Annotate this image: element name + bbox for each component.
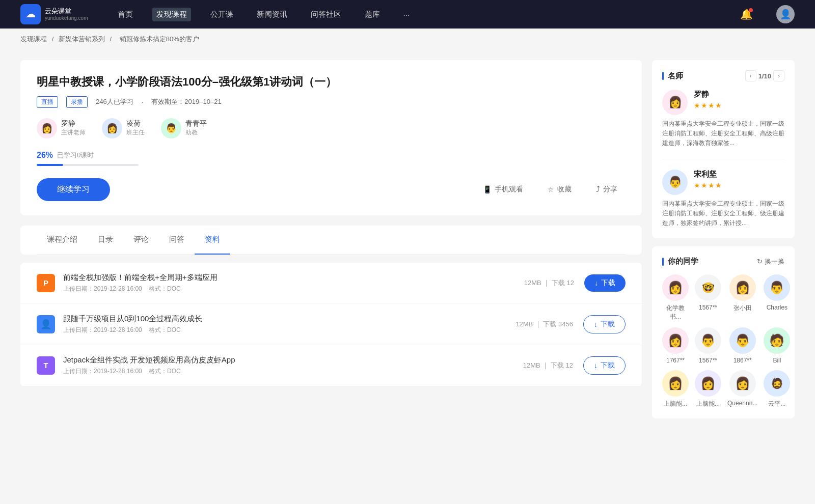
nav-item-home[interactable]: 首页 [114, 8, 137, 21]
classmate-6: 👨 1867** [727, 327, 757, 364]
collect-button[interactable]: ☆ 收藏 [539, 181, 580, 198]
continue-study-button[interactable]: 继续学习 [37, 178, 110, 201]
nav-item-more[interactable]: ··· [399, 8, 414, 21]
badge-live: 直播 [37, 96, 58, 108]
classmate-avatar-10: 👩 [729, 370, 756, 397]
teacher-0: 👩 罗静 主讲老师 [37, 118, 86, 138]
tab-catalog[interactable]: 目录 [88, 226, 123, 255]
resource-icon-0: P [37, 274, 55, 292]
download-icon-1: ↓ [594, 320, 597, 328]
share-icon: ⤴ [596, 185, 600, 194]
course-meta: 直播 录播 246人已学习 · 有效期至：2019–10–21 [37, 96, 626, 108]
teacher-sidebar-stars-0: ★★★★ [694, 101, 722, 109]
teacher-sidebar-desc-1: 国内某重点大学安全工程专业硕士，国家一级注册消防工程师、注册安全工程师、级注册建… [662, 199, 784, 229]
tabs: 课程介绍 目录 评论 问答 资料 [37, 226, 626, 255]
classmate-name-4: 1767** [666, 357, 685, 364]
teacher-next-button[interactable]: › [773, 70, 784, 81]
resource-meta-0: 上传日期：2019-12-28 16:00 格式：DOC [63, 285, 524, 293]
classmate-name-6: 1867** [734, 357, 752, 364]
tabs-card: 课程介绍 目录 评论 问答 资料 [20, 226, 642, 255]
resource-icon-1: 👤 [37, 315, 55, 333]
course-actions: 继续学习 📱 手机观看 ☆ 收藏 ⤴ 分享 [37, 178, 626, 201]
progress-bar-bg [37, 164, 139, 166]
progress-percent: 26% [37, 151, 53, 160]
download-button-0[interactable]: ↓ 下载 [584, 274, 626, 292]
refresh-classmates-button[interactable]: ↻ 换一换 [757, 257, 784, 266]
breadcrumb-current: 销冠修炼术搞定80%的客户 [120, 35, 199, 43]
avatar-image: 👤 [780, 9, 791, 20]
download-button-1[interactable]: ↓ 下载 [583, 315, 626, 333]
teacher-2-role: 助教 [185, 128, 207, 137]
classmate-avatar-3: 👨 [764, 274, 790, 301]
classmate-11: 🧔 云平... [764, 370, 790, 408]
tab-resource[interactable]: 资料 [195, 226, 230, 255]
tab-review[interactable]: 评论 [123, 226, 159, 255]
classmate-avatar-1: 🤓 [695, 274, 721, 301]
breadcrumb: 发现课程 / 新媒体营销系列 / 销冠修炼术搞定80%的客户 [0, 29, 815, 50]
breadcrumb-discover[interactable]: 发现课程 [20, 35, 47, 43]
nav-item-discover[interactable]: 发现课程 [152, 8, 191, 21]
teacher-1-avatar: 👩 [102, 118, 122, 138]
classmate-name-10: Queennn... [727, 400, 757, 407]
teacher-sidebar-header-1: 👨 宋利坚 ★★★★ [662, 170, 784, 195]
classmate-avatar-7: 🧑 [764, 327, 790, 354]
progress-section: 26% 已学习0课时 [37, 151, 626, 166]
tab-qa[interactable]: 问答 [159, 226, 195, 255]
teacher-sidebar-avatar-1: 👨 [662, 170, 688, 195]
resource-info-2: Jetpack全组件实战 开发短视频应用高仿皮皮虾App 上传日期：2019-1… [63, 355, 523, 376]
valid-until: 有效期至：2019–10–21 [151, 97, 221, 106]
teachers-sidebar-title: 名师 ‹ 1/10 › [662, 70, 784, 81]
classmate-7: 🧑 Bill [764, 327, 790, 364]
teacher-2-name: 青青平 [185, 119, 207, 128]
tab-intro[interactable]: 课程介绍 [37, 226, 88, 255]
classmate-avatar-8: 👩 [662, 370, 689, 397]
teacher-2-avatar: 👨 [161, 118, 181, 138]
teacher-sidebar-desc-0: 国内某重点大学安全工程专业硕士，国家一级注册消防工程师、注册安全工程师、高级注册… [662, 119, 784, 149]
sidebar: 名师 ‹ 1/10 › 👩 罗静 ★★★★ 国内某重点大学安全工程专业硕士， [652, 60, 795, 427]
resource-info-1: 跟随千万级项目从0到100全过程高效成长 上传日期：2019-12-28 16:… [63, 314, 515, 334]
classmate-2: 👩 张小田 [727, 274, 757, 321]
teacher-0-role: 主讲老师 [61, 128, 86, 137]
teacher-sidebar-1: 👨 宋利坚 ★★★★ 国内某重点大学安全工程专业硕士，国家一级注册消防工程师、注… [662, 170, 784, 229]
download-button-2[interactable]: ↓ 下载 [583, 356, 626, 375]
mobile-icon: 📱 [483, 185, 492, 193]
classmate-avatar-6: 👨 [729, 327, 756, 354]
classmate-avatar-11: 🧔 [764, 370, 790, 397]
mobile-watch-button[interactable]: 📱 手机观看 [475, 181, 531, 198]
resource-stats-1: 12MB ｜ 下载 3456 [515, 320, 573, 329]
classmate-name-11: 云平... [768, 400, 785, 408]
classmate-10: 👩 Queennn... [727, 370, 757, 408]
user-avatar[interactable]: 👤 [776, 5, 795, 23]
nav-item-news[interactable]: 新闻资讯 [253, 8, 291, 21]
teacher-sidebar-header-0: 👩 罗静 ★★★★ [662, 90, 784, 115]
share-button[interactable]: ⤴ 分享 [588, 181, 626, 198]
refresh-icon: ↻ [757, 258, 763, 265]
resource-meta-1: 上传日期：2019-12-28 16:00 格式：DOC [63, 326, 515, 334]
classmate-avatar-9: 👩 [695, 370, 721, 397]
breadcrumb-series[interactable]: 新媒体营销系列 [59, 35, 105, 43]
resource-name-0: 前端全栈加强版！前端全栈+全周期+多端应用 [63, 273, 524, 283]
teacher-sidebar-avatar-0: 👩 [662, 90, 688, 115]
teacher-0-name: 罗静 [61, 119, 86, 128]
nav-item-open[interactable]: 公开课 [206, 8, 237, 21]
logo[interactable]: ☁ 云朵课堂 yunduoketang.com [20, 4, 88, 24]
notification-dot [749, 8, 753, 12]
student-count: 246人已学习 [96, 97, 133, 106]
classmate-name-1: 1567** [699, 304, 717, 311]
teacher-prev-button[interactable]: ‹ [745, 70, 756, 81]
progress-bar-fill [37, 164, 63, 166]
classmate-4: 👩 1767** [662, 327, 689, 364]
nav-item-qa[interactable]: 问答社区 [307, 8, 345, 21]
classmate-avatar-2: 👩 [729, 274, 756, 301]
nav-item-quiz[interactable]: 题库 [361, 8, 384, 21]
resource-item-2: T Jetpack全组件实战 开发短视频应用高仿皮皮虾App 上传日期：2019… [20, 345, 642, 386]
classmate-9: 👩 上脑能... [695, 370, 721, 408]
notification-bell[interactable]: 🔔 [740, 8, 753, 20]
teacher-2: 👨 青青平 助教 [161, 118, 207, 138]
breadcrumb-sep2: / [110, 35, 113, 43]
logo-icon: ☁ [20, 4, 41, 24]
classmate-name-7: Bill [773, 357, 781, 364]
classmate-name-3: Charles [767, 304, 787, 311]
classmate-0: 👩 化学教书... [662, 274, 689, 321]
teacher-pagination: ‹ 1/10 › [745, 70, 784, 81]
